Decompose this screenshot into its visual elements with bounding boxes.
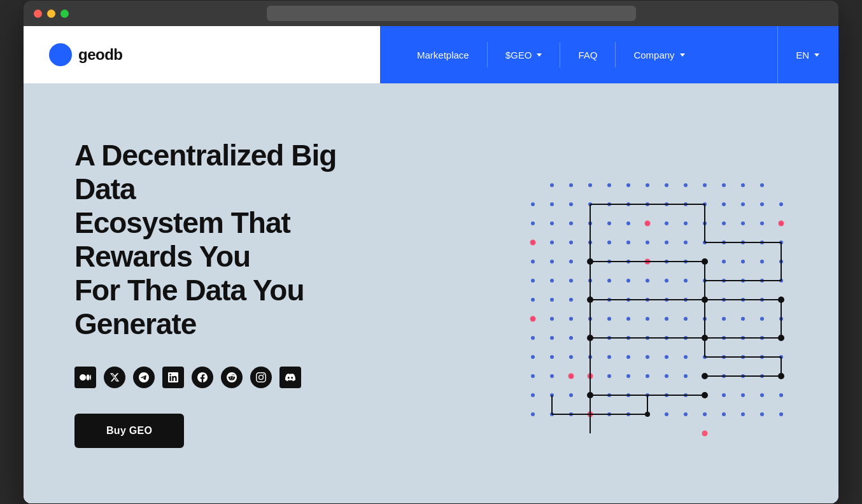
svg-point-5 xyxy=(646,183,649,187)
svg-point-23 xyxy=(741,202,745,206)
svg-point-104 xyxy=(684,317,688,321)
site-content: geodb Marketplace $GEO FAQ Company xyxy=(24,26,838,503)
svg-point-101 xyxy=(626,317,630,321)
svg-point-84 xyxy=(569,298,573,302)
svg-point-76 xyxy=(684,279,688,283)
svg-point-128 xyxy=(607,355,611,359)
svg-point-66 xyxy=(760,260,764,263)
svg-point-132 xyxy=(684,355,688,359)
svg-point-103 xyxy=(665,317,668,321)
linkedin-icon[interactable] xyxy=(162,367,184,388)
svg-point-30 xyxy=(607,221,611,225)
social-icons-row xyxy=(74,367,393,388)
svg-point-26 xyxy=(531,221,535,225)
svg-point-1 xyxy=(569,183,573,187)
svg-point-129 xyxy=(626,355,630,359)
svg-point-139 xyxy=(550,374,554,378)
svg-point-125 xyxy=(550,355,554,359)
svg-point-222 xyxy=(702,373,708,379)
svg-point-31 xyxy=(626,221,630,225)
maximize-button[interactable] xyxy=(60,10,69,18)
svg-point-216 xyxy=(702,258,708,265)
svg-point-224 xyxy=(587,392,593,398)
svg-point-64 xyxy=(722,260,726,263)
svg-point-6 xyxy=(665,183,668,187)
discord-icon[interactable] xyxy=(279,367,301,388)
svg-point-179 xyxy=(779,412,783,416)
medium-icon[interactable] xyxy=(74,367,96,388)
svg-point-144 xyxy=(646,374,649,378)
svg-point-221 xyxy=(702,335,708,341)
svg-point-55 xyxy=(550,260,554,263)
svg-point-112 xyxy=(569,336,573,340)
svg-point-175 xyxy=(703,412,707,416)
hero-content: A Decentralized Big Data Ecosystem That … xyxy=(74,139,393,447)
site-header: geodb Marketplace $GEO FAQ Company xyxy=(24,26,838,83)
svg-point-47 xyxy=(665,241,668,244)
svg-point-73 xyxy=(626,279,630,283)
nav-item-geo[interactable]: $GEO xyxy=(488,26,560,83)
svg-point-226 xyxy=(645,412,650,417)
hero-diagram: // This will be rendered as SVG dots xyxy=(495,134,813,452)
svg-point-102 xyxy=(646,317,649,321)
svg-point-38 xyxy=(760,221,764,225)
svg-point-154 xyxy=(569,393,573,397)
svg-point-27 xyxy=(550,221,554,225)
svg-point-37 xyxy=(741,221,745,225)
lang-selector[interactable]: EN xyxy=(777,26,819,83)
svg-point-28 xyxy=(569,221,573,225)
svg-point-0 xyxy=(550,183,554,187)
svg-point-130 xyxy=(646,355,649,359)
svg-point-110 xyxy=(531,336,535,340)
reddit-icon[interactable] xyxy=(221,367,243,388)
svg-point-68 xyxy=(531,279,535,283)
svg-point-165 xyxy=(779,393,783,397)
svg-point-56 xyxy=(569,260,573,263)
svg-point-42 xyxy=(569,241,573,244)
svg-point-220 xyxy=(587,335,593,341)
svg-point-2 xyxy=(588,183,592,187)
close-button[interactable] xyxy=(34,10,42,18)
facebook-icon[interactable] xyxy=(192,367,213,388)
chevron-down-icon xyxy=(537,53,542,57)
svg-point-8 xyxy=(703,183,707,187)
svg-point-143 xyxy=(626,374,630,378)
browser-window: geodb Marketplace $GEO FAQ Company xyxy=(24,1,838,503)
svg-point-227 xyxy=(778,335,784,341)
svg-point-194 xyxy=(569,374,574,379)
svg-point-185 xyxy=(530,316,536,322)
svg-point-82 xyxy=(531,298,535,302)
svg-point-72 xyxy=(607,279,611,283)
svg-point-3 xyxy=(607,183,611,187)
buy-geo-button[interactable]: Buy GEO xyxy=(74,414,184,448)
svg-point-75 xyxy=(665,279,668,283)
nav-item-marketplace[interactable]: Marketplace xyxy=(399,26,487,83)
svg-point-48 xyxy=(684,241,688,244)
logo-text[interactable]: geodb xyxy=(78,46,123,64)
svg-point-106 xyxy=(722,317,726,321)
svg-point-10 xyxy=(741,183,745,187)
svg-point-107 xyxy=(741,317,745,321)
address-bar[interactable] xyxy=(267,6,636,21)
minimize-button[interactable] xyxy=(47,10,55,18)
twitter-icon[interactable] xyxy=(104,367,125,388)
svg-point-182 xyxy=(779,221,784,227)
instagram-icon[interactable] xyxy=(250,367,272,388)
svg-point-11 xyxy=(760,183,764,187)
svg-point-131 xyxy=(665,355,668,359)
svg-point-177 xyxy=(741,412,745,416)
main-nav: Marketplace $GEO FAQ Company EN xyxy=(380,26,838,83)
hero-section: A Decentralized Big Data Ecosystem That … xyxy=(24,83,838,503)
svg-point-22 xyxy=(722,202,726,206)
telegram-icon[interactable] xyxy=(133,367,155,388)
svg-point-152 xyxy=(531,393,535,397)
svg-point-173 xyxy=(665,412,668,416)
svg-point-74 xyxy=(646,279,649,283)
svg-point-24 xyxy=(760,202,764,206)
svg-point-46 xyxy=(646,241,649,244)
svg-point-178 xyxy=(760,412,764,416)
svg-point-36 xyxy=(722,221,726,225)
nav-item-company[interactable]: Company xyxy=(616,26,702,83)
nav-item-faq[interactable]: FAQ xyxy=(560,26,615,83)
hero-title: A Decentralized Big Data Ecosystem That … xyxy=(74,139,393,340)
